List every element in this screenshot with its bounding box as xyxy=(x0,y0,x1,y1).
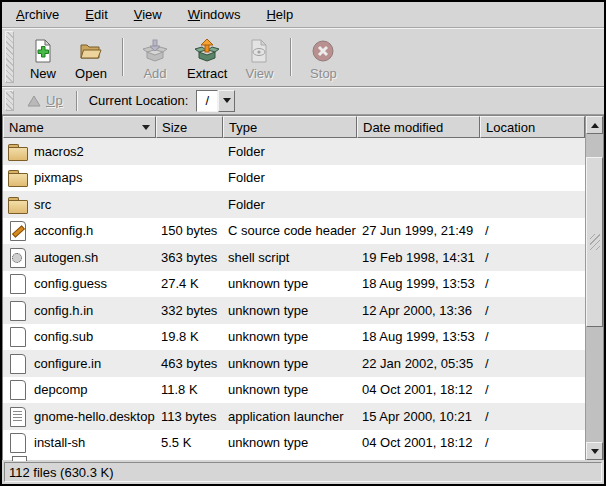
scroll-down-icon xyxy=(591,449,599,454)
scrollbar-track[interactable] xyxy=(586,134,603,442)
location-bar-separator xyxy=(76,91,78,111)
toolbar-drag-handle[interactable] xyxy=(5,31,14,83)
file-type: Folder xyxy=(223,138,357,165)
file-location xyxy=(480,165,585,192)
open-archive-icon xyxy=(78,38,104,64)
table-row[interactable]: macros2 Folder xyxy=(3,138,585,165)
file-size: 150 bytes xyxy=(156,218,223,245)
toolbar-separator xyxy=(122,38,124,76)
location-combo-button[interactable] xyxy=(218,90,235,112)
file-size xyxy=(156,165,223,192)
table-row[interactable]: autogen.sh 363 bytes shell script 19 Feb… xyxy=(3,244,585,271)
new-button[interactable]: New xyxy=(21,31,65,83)
table-row[interactable]: pixmaps Folder xyxy=(3,165,585,192)
menu-view[interactable]: View xyxy=(126,3,170,26)
file-location: / xyxy=(480,324,585,351)
file-icon xyxy=(8,247,28,268)
table-row[interactable]: gnome-hello.desktop 113 bytes applicatio… xyxy=(3,403,585,430)
scrollbar-thumb[interactable] xyxy=(586,157,603,327)
file-location: / xyxy=(480,244,585,271)
column-header-date-modified[interactable]: Date modified xyxy=(357,116,480,138)
file-type: Folder xyxy=(223,165,357,192)
menu-edit[interactable]: Edit xyxy=(77,3,115,26)
vertical-scrollbar[interactable] xyxy=(585,116,603,460)
file-size xyxy=(156,138,223,165)
file-name: config.guess xyxy=(34,276,107,291)
file-icon xyxy=(8,273,28,294)
location-bar: Up Current Location: / xyxy=(2,87,604,115)
column-header-location[interactable]: Location xyxy=(480,116,585,138)
toolbar-separator xyxy=(290,38,292,76)
file-name: configure.in xyxy=(34,356,101,371)
add-button[interactable]: Add xyxy=(133,31,177,83)
new-button-label: New xyxy=(30,66,56,81)
scrollbar-up-button[interactable] xyxy=(586,116,603,134)
name-cell: gnome-hello.desktop xyxy=(3,403,156,430)
file-icon xyxy=(8,353,28,374)
file-type: shell script xyxy=(223,244,357,271)
scroll-up-icon xyxy=(591,123,599,128)
name-cell: macros2 xyxy=(3,138,156,165)
table-row[interactable]: src Folder xyxy=(3,191,585,218)
location-combo-value[interactable]: / xyxy=(196,90,218,112)
stop-icon xyxy=(310,38,336,64)
new-archive-icon xyxy=(30,38,56,64)
file-size xyxy=(156,191,223,218)
scrollbar-down-button[interactable] xyxy=(586,442,603,460)
file-date: 04 Oct 2001, 18:12 xyxy=(357,377,480,404)
name-cell: configure.in xyxy=(3,350,156,377)
file-type: unknown type xyxy=(223,297,357,324)
file-icon xyxy=(8,141,28,162)
extract-button-label: Extract xyxy=(187,66,227,81)
file-name: config.sub xyxy=(34,329,93,344)
table-row[interactable]: install-sh 5.5 K unknown type 04 Oct 200… xyxy=(3,430,585,455)
file-size: 11.8 K xyxy=(156,377,223,404)
name-cell: config.guess xyxy=(3,271,156,298)
view-button[interactable]: View xyxy=(237,31,281,83)
file-icon xyxy=(8,379,28,400)
file-type: unknown type xyxy=(223,430,357,455)
file-location: / xyxy=(480,350,585,377)
extract-button[interactable]: Extract xyxy=(181,31,233,83)
file-size: 463 bytes xyxy=(156,350,223,377)
table-row[interactable]: config.sub 19.8 K unknown type 18 Aug 19… xyxy=(3,324,585,351)
open-button[interactable]: Open xyxy=(69,31,113,83)
file-icon xyxy=(8,220,28,241)
file-location: / xyxy=(480,377,585,404)
toolbar: New Open Add Extract xyxy=(2,28,604,87)
file-location: / xyxy=(480,297,585,324)
file-location: / xyxy=(480,403,585,430)
column-header-type[interactable]: Type xyxy=(223,116,357,138)
file-icon xyxy=(8,167,28,188)
current-location-label: Current Location: xyxy=(89,93,189,108)
table-row[interactable]: config.guess 27.4 K unknown type 18 Aug … xyxy=(3,271,585,298)
name-cell: depcomp xyxy=(3,377,156,404)
column-header-size[interactable]: Size xyxy=(156,116,223,138)
table-row[interactable]: configure.in 463 bytes unknown type 22 J… xyxy=(3,350,585,377)
stop-button[interactable]: Stop xyxy=(301,31,345,83)
file-name: acconfig.h xyxy=(34,223,93,238)
file-name: gnome-hello.desktop xyxy=(34,409,155,424)
file-size: 27.4 K xyxy=(156,271,223,298)
up-button[interactable]: Up xyxy=(21,91,69,110)
menu-archive[interactable]: Archive xyxy=(8,3,67,26)
table-row[interactable]: config.h.in 332 bytes unknown type 12 Ap… xyxy=(3,297,585,324)
menu-windows[interactable]: Windows xyxy=(180,3,249,26)
table-row[interactable]: depcomp 11.8 K unknown type 04 Oct 2001,… xyxy=(3,377,585,404)
file-list: macros2 Folder pixmaps Folder src Folder… xyxy=(3,138,585,454)
file-name: install-sh xyxy=(34,435,85,450)
file-location: / xyxy=(480,271,585,298)
open-button-label: Open xyxy=(75,66,107,81)
table-row[interactable]: acconfig.h 150 bytes C source code heade… xyxy=(3,218,585,245)
file-type: application launcher xyxy=(223,403,357,430)
location-bar-drag-handle[interactable] xyxy=(5,90,14,111)
file-date: 18 Aug 1999, 13:53 xyxy=(357,271,480,298)
file-name: src xyxy=(34,197,51,212)
file-date: 19 Feb 1998, 14:31 xyxy=(357,244,480,271)
file-icon xyxy=(8,326,28,347)
menu-bar: Archive Edit View Windows Help xyxy=(2,2,604,28)
file-date: 12 Apr 2000, 13:36 xyxy=(357,297,480,324)
column-header-name[interactable]: Name xyxy=(3,116,156,138)
file-icon xyxy=(8,194,28,215)
menu-help[interactable]: Help xyxy=(258,3,301,26)
